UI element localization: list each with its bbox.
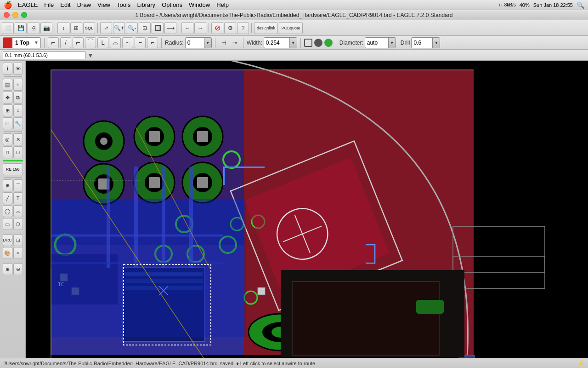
oval-btn[interactable]: ◯ (3, 205, 12, 217)
add-btn[interactable]: + (13, 79, 23, 91)
command-input[interactable] (3, 51, 85, 59)
arc-btn[interactable]: ⌓ (13, 205, 23, 217)
pcb-canvas-area[interactable]: IC (26, 61, 588, 358)
print-btn[interactable]: 🖨 (28, 22, 40, 34)
spanner-btn[interactable]: 🔧 (13, 117, 23, 129)
paint2-btn[interactable]: 🎨 (3, 247, 12, 259)
arc1-btn[interactable]: ⌒ (85, 37, 96, 48)
corner4-btn[interactable]: ⌐ (135, 37, 146, 48)
delete-btn[interactable]: ✕ (13, 133, 23, 145)
wave-btn[interactable]: ~ (122, 37, 133, 48)
width-input[interactable] (264, 40, 289, 46)
menu-library[interactable]: Library (137, 1, 155, 8)
search-icon[interactable]: 🔍 (577, 1, 584, 9)
radius-input-wrapper[interactable]: ▼ (185, 37, 212, 48)
switch-btn[interactable]: ↕ (57, 22, 69, 34)
menu-window[interactable]: Window (189, 1, 210, 8)
menu-options[interactable]: Options (162, 1, 182, 8)
maximize-button[interactable] (21, 12, 27, 18)
eye-btn[interactable]: 👁 (13, 63, 23, 75)
sql-btn[interactable]: SQL (83, 22, 95, 34)
zoom-fit-btn[interactable]: ⊡ (139, 22, 151, 34)
sep1 (55, 23, 55, 33)
menu-eagle[interactable]: EAGLE (18, 1, 38, 8)
round-end-icon[interactable]: ⊸ (230, 38, 240, 48)
select-btn[interactable]: ↗ (100, 22, 112, 34)
route1-btn[interactable]: ⊓ (3, 146, 12, 158)
flat-end-icon[interactable]: ⊣ (219, 38, 229, 48)
via-circle-btn[interactable] (314, 39, 322, 47)
menu-tools[interactable]: Tools (117, 1, 130, 8)
drill-dropdown[interactable]: ▼ (432, 38, 440, 48)
re-btn[interactable]: RE 156 (3, 163, 23, 175)
circle-btn[interactable]: ○ (13, 104, 23, 116)
rect-btn[interactable]: □ (3, 117, 12, 129)
layer-selector[interactable]: 1 Top ▼ (3, 37, 41, 48)
line-btn[interactable]: ╱ (3, 192, 12, 204)
rect2-btn[interactable]: ▭ (3, 218, 12, 230)
grid-btn[interactable]: ⊞ (3, 104, 12, 116)
corner3-btn[interactable]: L (97, 37, 108, 48)
move-btn[interactable]: ✥ (3, 92, 12, 104)
pan-btn[interactable]: ⟶ (164, 22, 176, 34)
diameter-dropdown[interactable]: ▼ (388, 38, 396, 48)
svg-rect-21 (197, 177, 208, 188)
sb-row-7: ⊓ ⊔ (3, 146, 23, 158)
drc-btn[interactable]: DRC (3, 234, 12, 246)
designlink-btn[interactable]: designlink (254, 22, 278, 34)
pcbquote-btn[interactable]: PCBquote (279, 22, 303, 34)
menu-draw[interactable]: Draw (77, 1, 91, 8)
run-btn[interactable]: ⚙ (224, 22, 236, 34)
layers-btn[interactable]: ▤ (3, 79, 12, 91)
undo-btn[interactable]: ← (181, 22, 193, 34)
zoom-select-btn[interactable]: 🔲 (152, 22, 164, 34)
zoom-out-sb-btn[interactable]: ⊖ (13, 263, 23, 275)
line45-btn[interactable]: / (60, 37, 71, 48)
corner5-btn[interactable]: ⌐ (147, 37, 158, 48)
route2-btn[interactable]: ⊔ (13, 146, 23, 158)
corner-btn[interactable]: ⌐ (48, 37, 59, 48)
status-text: '/Users/snwright/Documents/The-Public-Ra… (4, 361, 315, 366)
command-expand[interactable]: ▼ (87, 52, 94, 59)
info-btn[interactable]: ℹ (3, 63, 12, 75)
zoom-in-btn[interactable]: 🔍+ (113, 22, 125, 34)
radius-dropdown[interactable]: ▼ (204, 38, 211, 48)
redo-btn[interactable]: → (194, 22, 206, 34)
diameter-input[interactable] (365, 40, 388, 46)
copy-btn[interactable]: ⧉ (13, 92, 23, 104)
stop-btn[interactable]: ⊘ (211, 22, 223, 34)
help-btn[interactable]: ? (237, 22, 249, 34)
layer-dropdown-arrow[interactable]: ▼ (32, 40, 40, 45)
paint-btn[interactable]: ◎ (3, 133, 12, 145)
diameter-input-wrapper[interactable]: ▼ (365, 37, 396, 48)
width-dropdown[interactable]: ▼ (289, 38, 297, 48)
drill-input[interactable] (412, 40, 432, 46)
corner2-btn[interactable]: ⌐ (73, 37, 84, 48)
waves-btn[interactable]: ≈ (13, 247, 23, 259)
zoom-out-btn[interactable]: 🔍- (126, 22, 138, 34)
drill-input-wrapper[interactable]: ▼ (411, 37, 440, 48)
apple-menu[interactable]: 🍎 (4, 1, 12, 9)
save-btn[interactable]: 💾 (15, 22, 27, 34)
layers-view-btn[interactable]: ⊞ (70, 22, 82, 34)
minimize-button[interactable] (12, 12, 18, 18)
new-btn[interactable]: ⬜ (2, 22, 14, 34)
arc2-btn[interactable]: ⌓ (110, 37, 121, 48)
via-square-btn[interactable] (304, 39, 312, 47)
menu-file[interactable]: File (44, 1, 54, 8)
menu-view[interactable]: View (97, 1, 110, 8)
via-circle-green-btn[interactable] (324, 39, 333, 47)
svg-rect-12 (197, 131, 208, 142)
poly-btn[interactable]: ⬡ (13, 218, 23, 230)
text-btn[interactable]: T (13, 192, 23, 204)
pad-btn[interactable]: ⊡ (13, 234, 23, 246)
close-button[interactable] (4, 12, 10, 18)
zoom-in-sb-btn[interactable]: ⊕ (3, 263, 12, 275)
via-btn[interactable]: ⊕ (3, 179, 12, 191)
width-input-wrapper[interactable]: ▼ (264, 37, 297, 48)
menu-help[interactable]: Help (216, 1, 229, 8)
screenshot-btn[interactable]: 📷 (40, 22, 52, 34)
radius-input[interactable] (186, 40, 204, 46)
menu-edit[interactable]: Edit (60, 1, 70, 8)
curve2-btn[interactable]: ⌒ (13, 179, 23, 191)
